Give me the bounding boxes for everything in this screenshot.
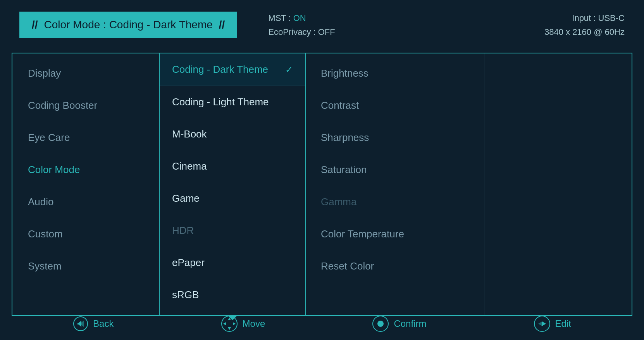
dropdown-item-label: HDR	[172, 225, 194, 237]
settings-item-contrast[interactable]: Contrast	[305, 89, 484, 122]
dropdown-item-coding-light[interactable]: Coding - Light Theme	[160, 86, 305, 118]
dropdown-item-label: sRGB	[172, 289, 199, 301]
header: // Color Mode : Coding - Dark Theme // M…	[0, 0, 644, 49]
nav-control-confirm[interactable]: Confirm	[372, 315, 426, 332]
mst-status: MST : ON	[268, 13, 306, 23]
settings-item-brightness[interactable]: Brightness	[305, 57, 484, 89]
check-icon: ✓	[285, 64, 293, 75]
main-content: Display Coding Booster Eye Care Color Mo…	[12, 53, 632, 316]
dropdown-item-game[interactable]: Game	[160, 182, 305, 215]
dropdown-item-coding-dark[interactable]: Coding - Dark Theme ✓	[160, 53, 305, 86]
settings-panel: Brightness Contrast Sharpness Saturation…	[305, 53, 484, 315]
dropdown-item-label: Game	[172, 192, 200, 204]
back-icon	[73, 316, 88, 331]
nav-item-coding-booster[interactable]: Coding Booster	[12, 89, 159, 122]
nav-panel: Display Coding Booster Eye Care Color Mo…	[12, 53, 160, 315]
dropdown-item-label: Coding - Dark Theme	[172, 64, 268, 76]
nav-item-audio[interactable]: Audio	[12, 186, 159, 218]
resolution: 3840 x 2160 @ 60Hz	[544, 27, 625, 37]
dropdown-item-label: ePaper	[172, 257, 205, 269]
back-label: Back	[93, 318, 114, 329]
far-right-panel	[484, 53, 632, 315]
header-info-row-1: MST : ON Input : USB-C	[268, 13, 625, 23]
confirm-label: Confirm	[394, 318, 426, 329]
dropdown-item-label: M-Book	[172, 128, 207, 140]
svg-point-11	[377, 321, 384, 327]
badge-title: Color Mode : Coding - Dark Theme	[44, 19, 213, 31]
dropdown-item-label: Coding - Light Theme	[172, 96, 269, 108]
eco-privacy: EcoPrivacy : OFF	[268, 27, 335, 37]
mst-value: ON	[293, 13, 306, 23]
nav-item-eye-care[interactable]: Eye Care	[12, 122, 159, 154]
edit-label: Edit	[555, 318, 571, 329]
dropdown-item-cinema[interactable]: Cinema	[160, 150, 305, 182]
nav-item-color-mode[interactable]: Color Mode	[12, 154, 159, 186]
settings-item-color-temperature[interactable]: Color Temperature	[305, 218, 484, 250]
svg-marker-13	[542, 321, 546, 326]
color-mode-badge: // Color Mode : Coding - Dark Theme //	[19, 12, 237, 38]
dropdown-item-mbook[interactable]: M-Book	[160, 118, 305, 150]
svg-marker-0	[228, 316, 237, 320]
dropdown-item-epaper[interactable]: ePaper	[160, 247, 305, 279]
svg-marker-7	[228, 327, 231, 330]
nav-item-display[interactable]: Display	[12, 57, 159, 89]
badge-icon-right: //	[219, 19, 225, 31]
nav-item-system[interactable]: System	[12, 250, 159, 282]
dropdown-item-label: Cinema	[172, 160, 207, 172]
settings-item-gamma: Gamma	[305, 186, 484, 218]
settings-item-sharpness[interactable]: Sharpness	[305, 122, 484, 154]
nav-item-custom[interactable]: Custom	[12, 218, 159, 250]
bottom-nav: Back Move Confirm Edit	[0, 307, 644, 340]
edit-icon	[534, 315, 551, 332]
badge-icon-left: //	[32, 19, 38, 31]
confirm-icon	[372, 315, 389, 332]
nav-control-back[interactable]: Back	[73, 316, 114, 331]
header-info-row-2: EcoPrivacy : OFF 3840 x 2160 @ 60Hz	[268, 27, 625, 37]
header-info: MST : ON Input : USB-C EcoPrivacy : OFF …	[237, 12, 625, 41]
dropdown-item-hdr: HDR	[160, 215, 305, 247]
input-label: Input : USB-C	[572, 13, 625, 23]
settings-item-reset-color[interactable]: Reset Color	[305, 250, 484, 282]
nav-control-edit[interactable]: Edit	[534, 315, 571, 332]
dropdown-arrow-down	[160, 311, 305, 326]
settings-item-saturation[interactable]: Saturation	[305, 154, 484, 186]
svg-marker-14	[538, 321, 542, 326]
dropdown-panel: Coding - Dark Theme ✓ Coding - Light The…	[159, 53, 306, 316]
dropdown-item-srgb[interactable]: sRGB	[160, 279, 305, 311]
